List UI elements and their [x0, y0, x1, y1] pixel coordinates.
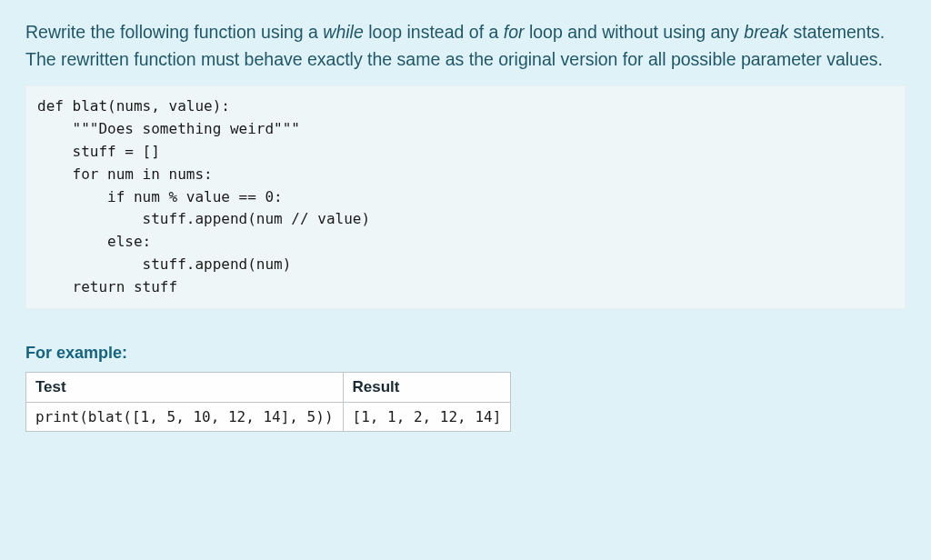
prompt-text-segment: Rewrite the following function using a: [25, 22, 323, 42]
prompt-text-segment: loop and without using any: [525, 22, 745, 42]
table-row: print(blat([1, 5, 10, 12, 14], 5)) [1, 1…: [26, 402, 511, 431]
prompt-text-segment: loop instead of a: [364, 22, 504, 42]
header-result: Result: [343, 372, 511, 402]
prompt-keyword: break: [744, 22, 788, 42]
prompt-keyword: while: [323, 22, 363, 42]
example-table: Test Result print(blat([1, 5, 10, 12, 14…: [25, 372, 511, 432]
table-header-row: Test Result: [26, 372, 511, 402]
code-block: def blat(nums, value): """Does something…: [25, 85, 906, 308]
cell-result: [1, 1, 2, 12, 14]: [343, 402, 511, 431]
question-prompt: Rewrite the following function using a w…: [25, 18, 906, 73]
example-heading: For example:: [25, 344, 906, 363]
prompt-keyword: for: [504, 22, 525, 42]
cell-test: print(blat([1, 5, 10, 12, 14], 5)): [26, 402, 344, 431]
header-test: Test: [26, 372, 344, 402]
